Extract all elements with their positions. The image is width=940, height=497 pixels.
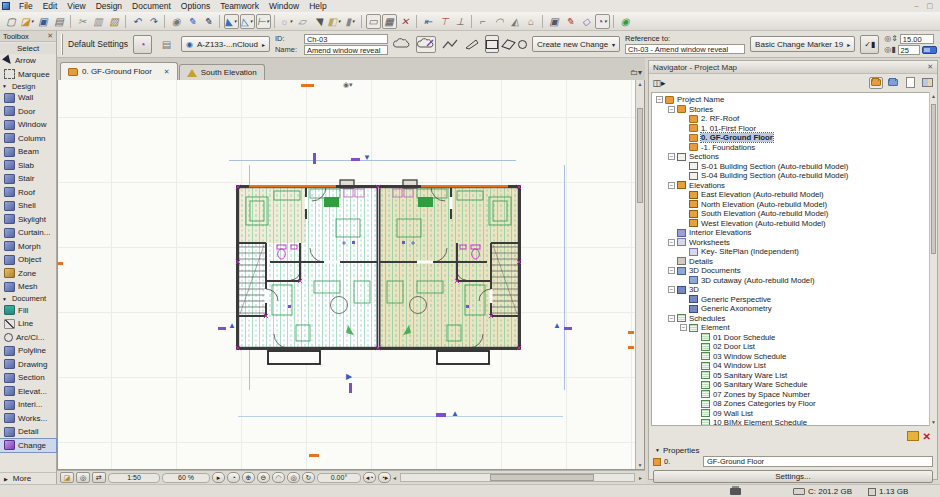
tree-item[interactable]: Details: [652, 257, 934, 267]
tree-item[interactable]: West Elevation (Auto-rebuild Model): [652, 219, 934, 229]
tree-item[interactable]: S-01 Building Section (Auto-rebuild Mode…: [652, 162, 934, 172]
tool-line[interactable]: Line: [0, 317, 56, 331]
tool-arc-circle[interactable]: Arc/Ci...: [0, 331, 56, 345]
tree-expander-icon[interactable]: −: [656, 96, 663, 103]
tool-curtain-wall[interactable]: Curtain...: [0, 226, 56, 240]
scroll-down-icon[interactable]: ▼: [636, 462, 644, 468]
canvas-vertical-scrollbar[interactable]: ▲ ▼: [635, 80, 644, 469]
scale-field[interactable]: 1:50: [108, 473, 160, 483]
tool-mesh[interactable]: Mesh: [0, 280, 56, 294]
scroll-up-icon[interactable]: ▲: [636, 81, 644, 87]
tool-fill[interactable]: Fill: [0, 304, 56, 318]
paste-icon[interactable]: ▧▾: [107, 14, 122, 29]
tool-morph[interactable]: Morph: [0, 240, 56, 254]
tree-item[interactable]: Key- SitePlan (Independent): [652, 247, 934, 257]
tool-door[interactable]: Door: [0, 105, 56, 119]
rectangle-geometry-button[interactable]: [485, 35, 499, 53]
change-tool-icon[interactable]: ◔▾: [595, 14, 610, 29]
revision-cloud-icon[interactable]: [393, 36, 411, 53]
next-zoom-icon[interactable]: ◔▸: [378, 472, 391, 483]
tool-marquee[interactable]: Marquee: [0, 68, 56, 82]
tool-shell[interactable]: Shell: [0, 199, 56, 213]
menu-item[interactable]: Design: [91, 1, 127, 12]
tree-item[interactable]: 03 Window Schedule: [652, 352, 934, 362]
reference-value-field[interactable]: Ch-03 - Amend window reveal: [625, 44, 745, 54]
zoom-in-icon[interactable]: ⊕: [242, 472, 255, 483]
delete-item-icon[interactable]: ✕: [923, 431, 931, 442]
sun-study-icon[interactable]: ☼▾: [279, 14, 294, 29]
eraser-icon[interactable]: ▱▾: [295, 14, 310, 29]
tree-item[interactable]: − 3D Documents: [652, 266, 934, 276]
orbit-icon[interactable]: ↻: [302, 472, 315, 483]
menu-item[interactable]: Edit: [38, 1, 63, 12]
align-top-icon[interactable]: ⊥▾: [453, 14, 468, 29]
tool-worksheet[interactable]: Works...: [0, 412, 56, 426]
highlighter-icon[interactable]: ✎▾: [563, 14, 578, 29]
infobar-drag-handle[interactable]: [61, 34, 63, 55]
schedule-view-icon[interactable]: ▦▾: [382, 14, 397, 29]
save-icon[interactable]: ▣▾: [36, 14, 51, 29]
marquee-view-icon[interactable]: ▭▾: [366, 14, 381, 29]
pen-weight-input[interactable]: 15.00: [900, 34, 934, 44]
tree-item[interactable]: 04 Window List: [652, 361, 934, 371]
tool-drawing[interactable]: Drawing: [0, 358, 56, 372]
tree-item[interactable]: Generic Axonometry: [652, 304, 934, 314]
publisher-sets-icon[interactable]: [920, 77, 934, 89]
new-document-icon[interactable]: ▢▾: [4, 14, 19, 29]
view-map-icon[interactable]: [886, 77, 900, 89]
find-select-icon[interactable]: ◉▾: [169, 14, 184, 29]
tree-item[interactable]: 0. GF-Ground Floor: [652, 133, 934, 143]
tree-item[interactable]: − Stories: [652, 105, 934, 115]
tool-roof[interactable]: Roof: [0, 186, 56, 200]
menu-item[interactable]: Teamwork: [215, 1, 264, 12]
tree-expander-icon[interactable]: −: [668, 153, 675, 160]
home-story-icon[interactable]: ⌂▾: [524, 14, 539, 29]
tree-item[interactable]: East Elevation (Auto-rebuild Model): [652, 190, 934, 200]
previous-zoom-icon[interactable]: ◂◔: [363, 472, 376, 483]
story-name-input[interactable]: GF-Ground Floor: [703, 456, 933, 467]
fit-in-window-icon[interactable]: ◎: [287, 472, 300, 483]
marker-pen-toggle-button[interactable]: ✓▮: [860, 35, 879, 54]
slope-tool-icon[interactable]: ◭▾: [508, 14, 523, 29]
menu-item[interactable]: Options: [176, 1, 215, 12]
fit-in-window-icon[interactable]: ⇤▾: [421, 14, 436, 29]
scroll-left-icon[interactable]: ◂: [393, 474, 396, 481]
tree-item[interactable]: 07 Zones by Space Number: [652, 390, 934, 400]
tool-column[interactable]: Column: [0, 132, 56, 146]
arc-segment-icon[interactable]: ◠▾: [492, 14, 507, 29]
tree-scrollbar[interactable]: ▲ ▼: [929, 92, 937, 426]
layout-book-icon[interactable]: [903, 77, 917, 89]
tree-expander-icon[interactable]: −: [668, 106, 675, 113]
rotated-rectangle-geometry-button[interactable]: [504, 35, 513, 53]
pen-number-input[interactable]: 25: [898, 45, 920, 55]
tree-expander-icon[interactable]: −: [680, 324, 687, 331]
window-controls[interactable]: – ▢: [915, 2, 936, 10]
orientation-icon[interactable]: ⊤▾: [437, 14, 452, 29]
tool-zone[interactable]: Zone: [0, 267, 56, 281]
layers-icon[interactable]: ◇▾: [579, 14, 594, 29]
tab-south-elevation[interactable]: South Elevation ✕: [179, 64, 265, 80]
tree-item[interactable]: North Elevation (Auto-rebuild Model): [652, 200, 934, 210]
change-name-input[interactable]: Amend window reveal: [304, 45, 388, 55]
menu-item[interactable]: Document: [127, 1, 176, 12]
tree-item[interactable]: − Elevations: [652, 181, 934, 191]
project-chooser-icon[interactable]: ◫▸: [652, 77, 666, 89]
tree-item[interactable]: Interior Elevations: [652, 228, 934, 238]
model-view-options-icon[interactable]: ◎: [76, 472, 90, 483]
duplicate-icon[interactable]: ▣▾: [547, 14, 562, 29]
tree-expander-icon[interactable]: −: [668, 182, 675, 189]
menu-item[interactable]: File: [14, 1, 38, 12]
scroll-right-icon[interactable]: ▸: [639, 474, 642, 481]
open-project-icon[interactable]: ◪▾: [20, 14, 35, 29]
tool-window[interactable]: Window: [0, 118, 56, 132]
change-id-input[interactable]: Ch-03: [304, 34, 388, 44]
slab-tool-icon[interactable]: ◺▾: [240, 14, 255, 29]
dimension-tool-icon[interactable]: ⊢▾: [256, 14, 271, 29]
zoom-menu-icon[interactable]: ▸: [212, 472, 225, 483]
tool-slab[interactable]: Slab: [0, 159, 56, 173]
tool-arrow[interactable]: Arrow: [0, 54, 56, 68]
tool-section[interactable]: Section: [0, 371, 56, 385]
project-map-icon[interactable]: [869, 77, 883, 89]
tree-item[interactable]: − Worksheets: [652, 238, 934, 248]
pen-blue-icon[interactable]: ✎▾: [185, 14, 200, 29]
